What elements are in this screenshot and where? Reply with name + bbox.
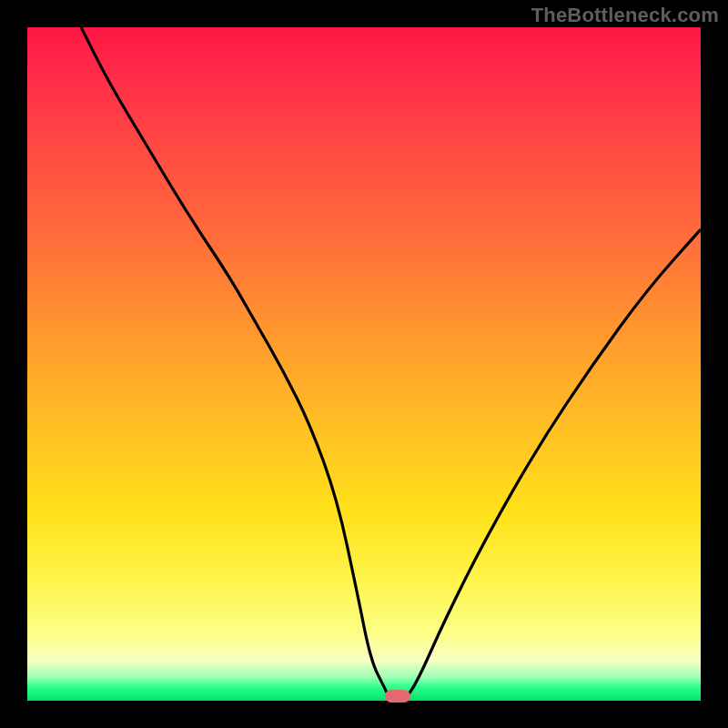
curve-path bbox=[81, 27, 701, 701]
plot-area bbox=[27, 27, 701, 701]
optimal-marker bbox=[385, 690, 410, 703]
watermark-text: TheBottleneck.com bbox=[531, 4, 719, 27]
bottleneck-curve bbox=[27, 27, 701, 701]
chart-frame: TheBottleneck.com bbox=[0, 0, 728, 728]
